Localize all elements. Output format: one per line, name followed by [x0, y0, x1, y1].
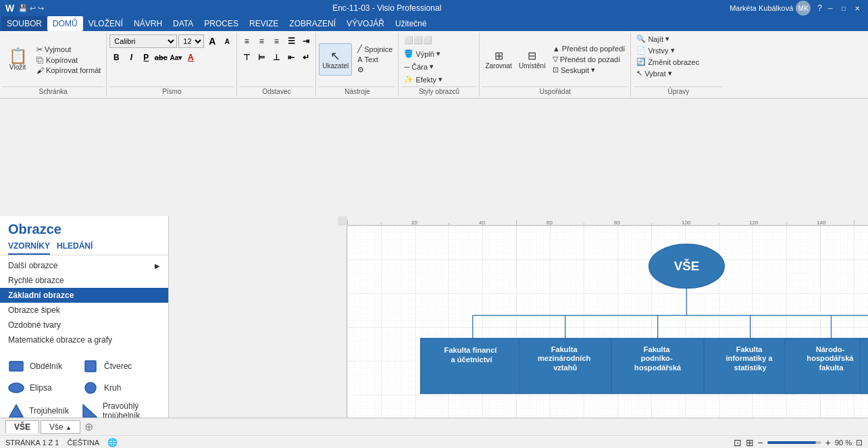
shape-triangle[interactable]: Trojúhelník: [8, 403, 69, 419]
language-info: ČEŠTINA: [67, 439, 99, 447]
align-center-button[interactable]: ≡: [255, 34, 268, 48]
sidebar-item-math-shapes[interactable]: Matematické obrazce a grafy: [0, 332, 168, 347]
menu-bar: SOUBOR DOMŮ VLOŽENÍ NÁVRH DATA PROCES RE…: [0, 16, 868, 31]
group-font: Calibri 12b A A B I P abc Aa▾ A Pís: [107, 32, 237, 97]
menu-uzitecne[interactable]: Užitečné: [390, 16, 432, 31]
minimize-button[interactable]: ─: [825, 3, 836, 14]
group-paragraph: ≡ ≡ ≡ ☰ ⇥ ⊤ ⊨ ⊥ ⇤ ↵ Odstavec: [237, 32, 316, 97]
menu-navrh[interactable]: NÁVRH: [128, 16, 168, 31]
bold-button[interactable]: B: [109, 51, 123, 64]
shape-rect[interactable]: Obdélník: [8, 358, 69, 374]
zoom-out-button[interactable]: −: [758, 437, 763, 448]
sidebar-item-quick-shapes[interactable]: Rychlé obrazce: [0, 273, 168, 288]
zoom-bar[interactable]: [767, 441, 821, 444]
quick-styles-button[interactable]: ⬜⬜⬜: [401, 35, 435, 45]
cut-button[interactable]: ✂ Vyjmout: [34, 45, 103, 55]
copy-button[interactable]: ⿻ Kopírovat: [34, 55, 103, 65]
group-shape-styles: ⬜⬜⬜ 🪣 Výplň ▾ ─ Čára ▾ ✨ Efekty ▾ Styly …: [399, 32, 480, 97]
tab-templates[interactable]: VZORNÍKY: [8, 240, 50, 255]
menu-vlozeni[interactable]: VLOŽENÍ: [83, 16, 128, 31]
group-button[interactable]: ⊡ Seskupit ▾: [550, 65, 628, 75]
align-bottom-button[interactable]: ⊥: [270, 51, 283, 64]
menu-data[interactable]: DATA: [168, 16, 199, 31]
bullet-list-button[interactable]: ☰: [284, 34, 298, 48]
font-color-button[interactable]: A: [184, 51, 197, 64]
title-left: W 💾 ↩ ↪: [5, 3, 44, 14]
shape-circle[interactable]: Kruh: [82, 380, 143, 396]
view-page-icon[interactable]: ⊞: [746, 437, 754, 448]
indent-button[interactable]: ⇥: [299, 34, 313, 48]
sidebar-item-more-shapes[interactable]: Další obrazce ▶: [0, 258, 168, 273]
tools-extra-button[interactable]: ⚙: [355, 65, 395, 75]
sidebar-item-basic-shapes[interactable]: Základní obrazce: [0, 288, 168, 303]
increase-font-button[interactable]: A: [205, 34, 219, 48]
sidebar-tabs: VZORNÍKY HLEDÁNÍ: [0, 240, 168, 255]
group-tools: ↖ Ukazatel ╱ Spojnice A Text ⚙ Nástroje: [316, 32, 399, 97]
connector-button[interactable]: ╱ Spojnice: [355, 44, 395, 54]
strikethrough-button[interactable]: abc: [154, 51, 168, 64]
front-button[interactable]: ▲ Přenést do popředí: [550, 44, 628, 53]
cursor-button[interactable]: ↖ Ukazatel: [319, 43, 352, 76]
page-tabs: VŠE Vše ▲ ⊕: [0, 418, 868, 436]
menu-domu[interactable]: DOMŮ: [47, 16, 83, 31]
user-name: Markéta Kubálková: [730, 4, 793, 12]
shape-square[interactable]: Čtverec: [82, 358, 143, 374]
paragraph-settings-button[interactable]: ↵: [299, 51, 313, 64]
layers-button[interactable]: 📄 Vrstvy ▾: [634, 45, 677, 55]
outdent-button[interactable]: ⇤: [284, 51, 298, 64]
text-button[interactable]: A Text: [355, 55, 395, 64]
user-area: Markéta Kubálková MK: [730, 1, 811, 16]
sidebar-item-arrow-shapes[interactable]: Obrazce šipek: [0, 303, 168, 318]
tools-label: Nástroje: [319, 86, 395, 95]
align-right-button[interactable]: ≡: [270, 34, 283, 48]
zoom-in-button[interactable]: +: [825, 437, 831, 448]
menu-vyvojar[interactable]: VÝVOJÁŘ: [341, 16, 390, 31]
arrow-icon: ▶: [155, 262, 160, 270]
maximize-button[interactable]: □: [838, 3, 849, 14]
close-button[interactable]: ✕: [852, 3, 863, 14]
position-button[interactable]: ⊟ Umístění: [516, 43, 548, 76]
copy-format-button[interactable]: 🖌 Kopírovat formát: [34, 66, 103, 75]
align-button[interactable]: ⊞ Zarovnat: [482, 43, 514, 76]
page-tab-vse[interactable]: VŠE: [5, 420, 39, 433]
diagram-canvas[interactable]: VŠE Fakulta financí a účetnictví: [347, 226, 868, 448]
group-clipboard: 📋 Vložit ✂ Vyjmout ⿻ Kopírovat 🖌 Kopírov…: [0, 32, 107, 97]
paste-button[interactable]: 📋 Vložit: [3, 42, 32, 77]
page-tab-vse2[interactable]: Vše ▲: [41, 420, 80, 434]
svg-rect-1: [85, 361, 96, 372]
help-icon[interactable]: ?: [817, 3, 822, 13]
sidebar-item-decorative[interactable]: Ozdobné tvary: [0, 318, 168, 332]
font-size-select[interactable]: 12b: [178, 34, 204, 48]
select-button[interactable]: ↖ Vybrat ▾: [634, 68, 674, 78]
decrease-font-button[interactable]: A: [220, 34, 234, 48]
add-page-button[interactable]: ⊕: [84, 420, 93, 433]
align-middle-button[interactable]: ⊨: [255, 51, 268, 64]
svg-marker-4: [9, 405, 23, 417]
font-label: Písmo: [109, 86, 234, 95]
underline-button[interactable]: P: [139, 51, 153, 64]
menu-soubor[interactable]: SOUBOR: [1, 16, 47, 31]
fit-page-button[interactable]: ⊡: [856, 438, 863, 447]
line-button[interactable]: ─ Čára ▾: [401, 61, 436, 72]
svg-rect-0: [9, 362, 23, 371]
fill-button[interactable]: 🪣 Výplň ▾: [401, 49, 443, 59]
effects-button[interactable]: ✨ Efekty ▾: [401, 74, 445, 84]
italic-button[interactable]: I: [124, 51, 138, 64]
menu-revize[interactable]: REVIZE: [244, 16, 284, 31]
font-aa-button[interactable]: Aa▾: [169, 51, 182, 64]
cursor-icon: ↖: [330, 50, 340, 62]
find-button[interactable]: 🔍 Najít ▾: [634, 34, 672, 44]
back-button[interactable]: ▽ Přenést do pozadí: [550, 54, 628, 64]
box6[interactable]: [860, 339, 868, 393]
paragraph-label: Odstavec: [240, 86, 313, 95]
shape-ellipse[interactable]: Elipsa: [8, 380, 69, 396]
change-shape-button[interactable]: 🔄 Změnit obrazec: [634, 57, 702, 67]
tab-search[interactable]: HLEDÁNÍ: [57, 240, 93, 255]
menu-zobrazeni[interactable]: ZOBRAZENÍ: [284, 16, 341, 31]
zoom-percent[interactable]: 90 %: [835, 439, 852, 447]
font-select[interactable]: Calibri: [109, 34, 177, 48]
menu-proces[interactable]: PROCES: [199, 16, 244, 31]
align-left-button[interactable]: ≡: [240, 34, 253, 48]
align-top-button[interactable]: ⊤: [240, 51, 253, 64]
view-normal-icon[interactable]: ⊡: [734, 437, 742, 448]
